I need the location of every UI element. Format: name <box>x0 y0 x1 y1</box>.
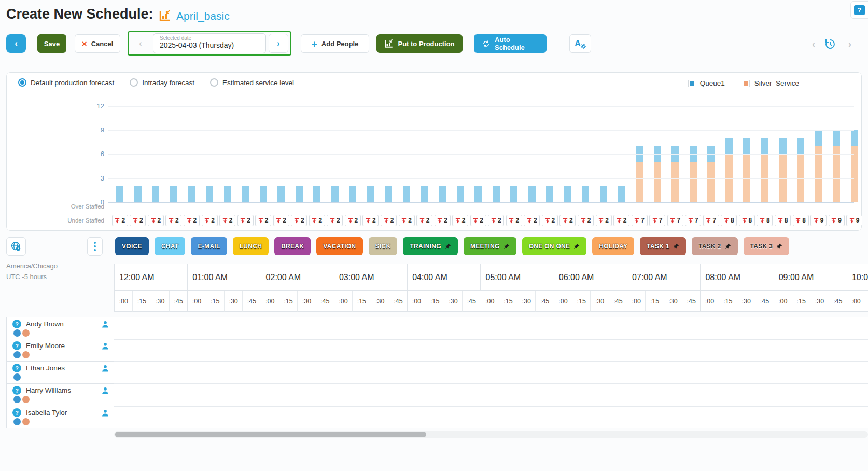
activity-break[interactable]: BREAK <box>274 237 311 255</box>
activity-voice[interactable]: VOICE <box>115 237 149 255</box>
under-staffed-cell: 2 <box>505 215 523 226</box>
schedule-row: ?Ethan Jones <box>0 362 868 384</box>
activity-label: TASK 2 <box>698 243 721 250</box>
quarter-cell: :15 <box>499 291 517 312</box>
activity-task-3[interactable]: TASK 3 <box>744 237 790 255</box>
schedule-row-cells[interactable] <box>114 317 868 339</box>
back-button[interactable]: ‹ <box>6 34 26 53</box>
activity-label: SICK <box>375 243 391 250</box>
add-people-button[interactable]: + Add People <box>301 34 369 53</box>
agent-settings-button[interactable]: A <box>569 34 591 53</box>
activity-sick[interactable]: SICK <box>369 237 398 255</box>
quarter-cell: :00 <box>481 291 499 312</box>
timezone-globe-button[interactable] <box>6 237 26 256</box>
hour-column: 02:00 AM:00:15:30:45 <box>261 264 334 312</box>
employee-card[interactable]: ?Andy Brown <box>6 317 114 339</box>
activity-lunch[interactable]: LUNCH <box>233 237 269 255</box>
under-staffed-arrow-icon <box>778 218 783 224</box>
auto-schedule-button[interactable]: Auto Schedule <box>474 34 547 53</box>
person-icon[interactable] <box>101 342 109 350</box>
radio-default-production-forecast[interactable]: Default production forecast <box>18 78 114 87</box>
person-icon[interactable] <box>101 364 109 372</box>
schedule-row-cells[interactable] <box>114 362 868 384</box>
activity-e-mail[interactable]: E-MAIL <box>191 237 227 255</box>
next-date-button[interactable]: › <box>269 34 288 53</box>
legend-item-silver_service[interactable]: Silver_Service <box>743 79 799 87</box>
history-clock-icon[interactable] <box>823 37 837 51</box>
queue1-bar-segment <box>260 186 267 202</box>
hour-label: 03:00 AM <box>334 264 408 291</box>
selected-date-field[interactable]: Selected date 2025-04-03 (Thursday) <box>153 33 266 53</box>
under-staffed-arrow-icon <box>455 218 460 224</box>
under-staffed-arrow-icon <box>169 218 174 224</box>
quarter-cell: :30 <box>151 291 170 312</box>
activity-one-on-one[interactable]: ONE ON ONE <box>522 237 587 255</box>
schedule-row-cells[interactable] <box>114 384 868 406</box>
employee-card[interactable]: ?Emily Moore <box>6 339 114 362</box>
queue1-bar-segment <box>331 186 339 202</box>
help-button[interactable]: ? <box>850 1 868 19</box>
horizontal-scrollbar[interactable] <box>114 431 868 438</box>
activity-task-1[interactable]: TASK 1 <box>640 237 686 255</box>
under-staffed-arrow-icon <box>527 218 532 224</box>
under-staffed-value: 2 <box>515 217 519 224</box>
quarter-row: :00:15:30:45 <box>334 291 408 312</box>
chevron-right-icon: › <box>277 39 279 48</box>
under-staffed-arrow-icon <box>384 218 389 224</box>
under-staffed-badge: 8 <box>793 215 809 226</box>
hour-column: 01:00 AM:00:15:30:45 <box>188 264 261 312</box>
save-button[interactable]: Save <box>37 34 66 53</box>
quarter-cell: :15 <box>646 291 664 312</box>
queue1-bar-segment <box>815 130 822 146</box>
quarter-row: :00:15:30:45 <box>627 291 701 312</box>
under-staffed-cell: 7 <box>684 215 703 226</box>
legend-item-queue1[interactable]: Queue1 <box>688 79 725 87</box>
person-icon[interactable] <box>101 409 109 417</box>
under-staffed-value: 9 <box>856 217 860 224</box>
queue-membership-dots <box>13 396 109 403</box>
queue-membership-dots <box>13 351 109 358</box>
scrollbar-thumb[interactable] <box>115 432 426 437</box>
under-staffed-arrow-icon <box>330 218 335 224</box>
activities-menu-button[interactable] <box>87 237 103 256</box>
schedule-chart-icon <box>159 9 171 22</box>
schedule-row-cells[interactable] <box>114 406 868 428</box>
hour-column: 03:00 AM:00:15:30:45 <box>334 264 408 312</box>
under-staffed-cell: 9 <box>845 215 863 226</box>
radio-estimated-service-level[interactable]: Estimated service level <box>210 78 294 87</box>
under-staffed-value: 2 <box>426 217 430 224</box>
quarter-cell: :45 <box>463 291 481 312</box>
employee-card[interactable]: ?Ethan Jones <box>6 362 114 384</box>
previous-date-button[interactable]: ‹ <box>131 34 150 53</box>
person-icon[interactable] <box>101 386 109 395</box>
activity-holiday[interactable]: HOLIDAY <box>592 237 634 255</box>
schedule-row-cells[interactable] <box>114 339 868 362</box>
put-to-production-button[interactable]: Put to Production <box>376 34 463 53</box>
activity-training[interactable]: TRAINING <box>403 237 457 255</box>
auto-refresh-icon <box>482 39 491 48</box>
schedule-name-link[interactable]: April_basic <box>176 10 230 22</box>
history-back-icon[interactable]: ‹ <box>807 37 820 51</box>
under-staffed-badge: 2 <box>112 215 128 226</box>
history-forward-icon[interactable]: › <box>843 37 857 51</box>
selected-date-label: Selected date <box>160 35 259 41</box>
under-staffed-cell: 2 <box>415 215 433 226</box>
under-staffed-cell: 7 <box>702 215 720 226</box>
queue1-bar-segment <box>528 186 536 202</box>
activity-task-2[interactable]: TASK 2 <box>692 237 738 255</box>
employee-card[interactable]: ?Isabella Tylor <box>6 406 114 428</box>
activity-meeting[interactable]: MEETING <box>464 237 516 255</box>
queue1-bar-segment <box>313 186 320 202</box>
hour-column: 07:00 AM:00:15:30:45 <box>627 264 701 312</box>
employee-card[interactable]: ?Harry Williams <box>6 384 114 406</box>
person-icon[interactable] <box>101 320 109 328</box>
hour-label: 08:00 AM <box>701 264 774 291</box>
under-staffed-arrow-icon <box>598 218 604 224</box>
activity-vacation[interactable]: VACATION <box>316 237 362 255</box>
cancel-button[interactable]: × Cancel <box>75 34 120 53</box>
y-axis-tick: 0 <box>83 198 104 206</box>
activity-chat[interactable]: CHAT <box>155 237 186 255</box>
under-staffed-arrow-icon <box>348 218 353 224</box>
radio-intraday-forecast[interactable]: Intraday forecast <box>130 78 194 87</box>
quarter-row: :00:15:30:45 <box>115 291 188 312</box>
